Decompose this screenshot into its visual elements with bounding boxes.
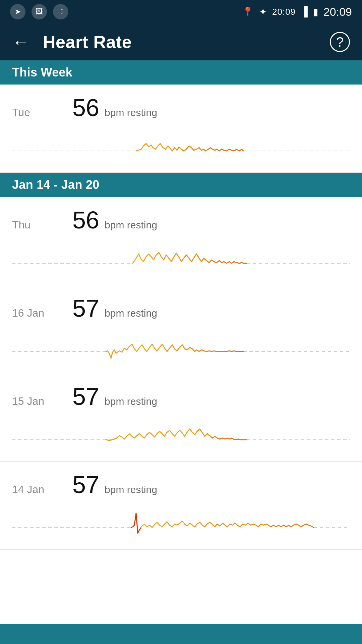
bluetooth-icon: ✦ [259,6,267,17]
bpm-unit-16jan: bpm resting [105,308,157,319]
bpm-unit-tue: bpm resting [105,107,157,118]
back-button[interactable]: ← [12,32,29,52]
week-range-label: Jan 14 - Jan 20 [12,178,100,192]
chart-16jan [12,328,350,368]
top-navigation: ← Heart Rate ? [0,23,362,60]
chart-14jan [12,504,350,545]
signal-bars-icon: ▐ [301,6,308,17]
day-label-tue: Tue [12,106,66,119]
chart-tue [12,127,350,168]
location-icon: 📍 [242,6,254,17]
week-range-header: Jan 14 - Jan 20 [0,173,362,197]
bpm-value-tue: 56 [72,94,99,121]
day-label-14jan: 14 Jan [12,483,66,496]
battery-icon: ▮ [313,6,318,17]
bpm-value-14jan: 57 [72,471,99,498]
moon-icon: ☽ [53,4,68,19]
day-label-thu: Thu [12,219,66,231]
this-week-header: This Week [0,60,362,85]
image-icon: 🖼 [32,4,47,19]
bpm-unit-14jan: bpm resting [105,484,157,495]
bpm-unit-thu: bpm resting [105,219,157,231]
this-week-label: This Week [12,65,72,79]
day-entry-14jan: 14 Jan 57 bpm resting [0,462,362,550]
day-label-16jan: 16 Jan [12,307,66,319]
bpm-value-thu: 56 [72,206,99,234]
time-display: 20:09 [323,5,352,18]
signal-4g-label: 20:09 [272,7,296,17]
bpm-value-15jan: 57 [72,383,99,410]
day-entry-tue: Tue 56 bpm resting [0,85,362,173]
bpm-value-16jan: 57 [72,294,99,322]
day-entry-15jan: 15 Jan 57 bpm resting [0,373,362,462]
bottom-bar [0,624,362,644]
status-icons-right: 📍 ✦ 20:09 ▐ ▮ 20:09 [242,5,352,18]
arrow-up-icon: ➤ [10,4,25,19]
chart-15jan [12,416,350,457]
status-bar: ➤ 🖼 ☽ 📍 ✦ 20:09 ▐ ▮ 20:09 [0,0,362,23]
day-entry-thu: Thu 56 bpm resting [0,197,362,285]
page-title: Heart Rate [43,32,330,52]
day-label-15jan: 15 Jan [12,395,66,408]
status-icons-left: ➤ 🖼 ☽ [10,4,68,19]
day-entry-16jan: 16 Jan 57 bpm resting [0,285,362,373]
help-button[interactable]: ? [330,32,350,52]
chart-thu [12,240,350,280]
bpm-unit-15jan: bpm resting [105,396,157,407]
